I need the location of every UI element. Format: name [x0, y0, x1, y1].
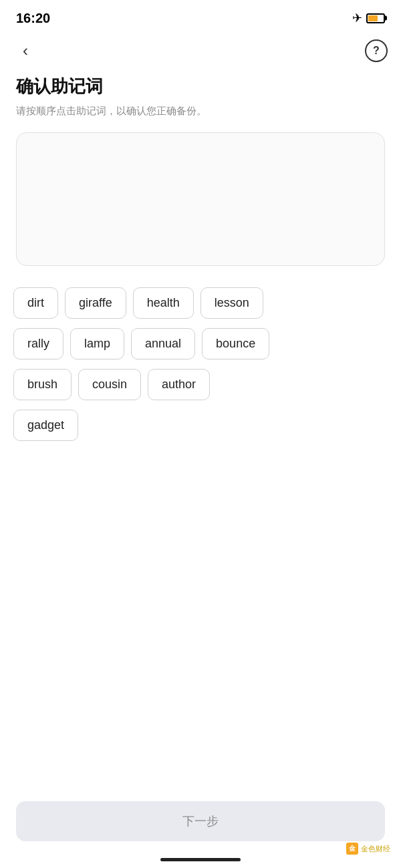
watermark-icon: 金	[346, 843, 358, 855]
words-row-2: rallylampannualbounce	[13, 328, 388, 359]
battery-icon	[366, 13, 385, 23]
words-row-4: gadget	[13, 410, 388, 441]
words-row-3: brushcousinauthor	[13, 369, 388, 400]
word-chip-health[interactable]: health	[133, 287, 194, 319]
airplane-icon: ✈	[352, 11, 362, 25]
page-title: 确认助记词	[16, 75, 385, 98]
word-chip-lesson[interactable]: lesson	[200, 287, 263, 319]
word-chip-lamp[interactable]: lamp	[70, 328, 124, 359]
word-chip-dirt[interactable]: dirt	[13, 287, 58, 319]
word-chip-giraffe[interactable]: giraffe	[65, 287, 126, 319]
word-chip-annual[interactable]: annual	[131, 328, 195, 359]
words-row-1: dirtgiraffehealthlesson	[13, 287, 388, 319]
help-button[interactable]: ?	[365, 39, 388, 62]
words-area: dirtgiraffehealthlesson rallylampannualb…	[0, 282, 401, 441]
home-indicator	[160, 858, 241, 861]
nav-bar: ‹ ?	[0, 33, 401, 68]
status-bar: 16:20 ✈	[0, 0, 401, 33]
watermark: 金 金色财经	[346, 843, 390, 855]
word-chip-author[interactable]: author	[148, 369, 210, 400]
bottom-area: 下一步	[0, 801, 401, 841]
phrase-input-box[interactable]	[16, 132, 385, 266]
word-chip-gadget[interactable]: gadget	[13, 410, 78, 441]
battery-fill	[368, 15, 378, 21]
next-button[interactable]: 下一步	[16, 801, 385, 841]
word-chip-cousin[interactable]: cousin	[78, 369, 141, 400]
page-subtitle: 请按顺序点击助记词，以确认您正确备份。	[16, 104, 385, 119]
back-button[interactable]: ‹	[13, 39, 37, 63]
page-header: 确认助记词 请按顺序点击助记词，以确认您正确备份。	[0, 68, 401, 132]
word-chip-rally[interactable]: rally	[13, 328, 63, 359]
word-chip-bounce[interactable]: bounce	[202, 328, 269, 359]
word-chip-brush[interactable]: brush	[13, 369, 72, 400]
status-time: 16:20	[16, 11, 50, 26]
watermark-label: 金色财经	[361, 844, 390, 854]
status-icons: ✈	[352, 11, 385, 25]
